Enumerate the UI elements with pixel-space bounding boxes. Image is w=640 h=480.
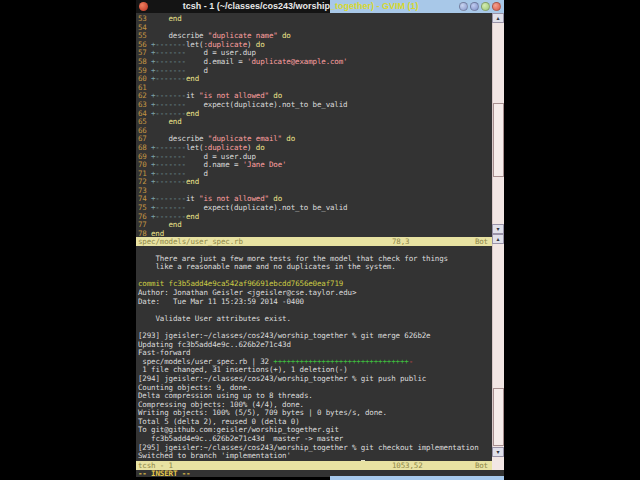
terminal-line: Validate User attributes exist. bbox=[138, 315, 492, 324]
minimize-button[interactable] bbox=[470, 2, 479, 11]
editor-scroll-indicator: Bot bbox=[458, 237, 488, 246]
code-line: 78end bbox=[138, 230, 492, 237]
editor-cursor-position: 78,3 bbox=[392, 237, 458, 246]
scrollbar-thumb-top[interactable] bbox=[493, 103, 504, 177]
editor-statusline-filename: spec/models/user_spec.rb bbox=[138, 237, 392, 246]
code-line: 53 end bbox=[138, 15, 492, 24]
code-line: 72+-------end bbox=[138, 178, 492, 187]
titlebar[interactable]: tcsh - 1 (~/classes/cos243/worship _toge… bbox=[136, 0, 504, 13]
shell-scroll-indicator: Bot bbox=[458, 461, 488, 470]
scrollbar-thumb-bottom[interactable] bbox=[493, 388, 504, 446]
window-icon bbox=[139, 2, 148, 11]
scroll-down-button-top[interactable]: ▾ bbox=[492, 224, 504, 234]
scrollbar-track-top[interactable] bbox=[492, 23, 504, 224]
help-button[interactable] bbox=[459, 2, 468, 11]
code-line: 60+-------end bbox=[138, 75, 492, 84]
scrollbar-column: ▴ ▾ ▴ ▾ bbox=[492, 13, 504, 470]
code-line: 77 end bbox=[138, 221, 492, 230]
window-title-highlight: _together) - GVIM (1) bbox=[330, 0, 504, 13]
code-line: 64+-------end bbox=[138, 110, 492, 119]
maximize-button[interactable] bbox=[481, 2, 490, 11]
taskbar-fragment bbox=[330, 476, 504, 480]
scroll-up-button-bottom[interactable]: ▴ bbox=[492, 234, 504, 244]
line-number: 78 bbox=[138, 230, 151, 237]
gvim-terminal-window: tcsh - 1 (~/classes/cos243/worship _toge… bbox=[136, 0, 504, 477]
shell-cursor-position: 1053,52 bbox=[392, 461, 458, 470]
close-button[interactable] bbox=[492, 2, 501, 11]
scrollbar-track-bottom[interactable] bbox=[492, 244, 504, 447]
window-title-highlight-text: _together) - GVIM (1) bbox=[330, 0, 459, 13]
window-title: tcsh - 1 (~/classes/cos243/worship bbox=[148, 0, 330, 13]
terminal-line: Date: Tue Mar 11 15:23:59 2014 -0400 bbox=[138, 298, 492, 307]
editor-statusline: spec/models/user_spec.rb 78,3 Bot bbox=[136, 237, 492, 246]
code-line: 65 end bbox=[138, 118, 492, 127]
screen: tcsh - 1 (~/classes/cos243/worship _toge… bbox=[0, 0, 640, 480]
vim-code-pane[interactable]: 53 end5455 describe "duplicate name" do5… bbox=[136, 13, 504, 237]
vim-shell-pane[interactable]: There are just a few more tests for the … bbox=[136, 246, 504, 461]
window-controls bbox=[459, 2, 501, 11]
scroll-down-button-bottom[interactable]: ▾ bbox=[492, 447, 504, 457]
scroll-up-button-top[interactable]: ▴ bbox=[492, 13, 504, 23]
code-line: 76+-------end bbox=[138, 213, 492, 222]
terminal-line: Updating fc3b5add4e9c..626b2e71c43d bbox=[138, 341, 492, 350]
terminal-line: like a reasonable name and no duplicates… bbox=[138, 263, 492, 272]
